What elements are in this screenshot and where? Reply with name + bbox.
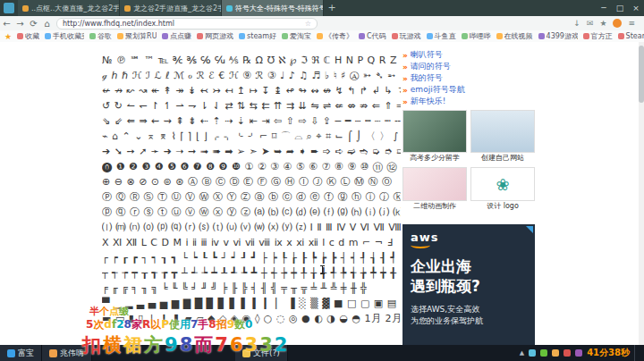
symbol-row: ⓟ ⓠ ⓡ ⓢ ⓣ ⓤ ⓥ ⓦ ⓧ ⓨ ⓩ ⒜ ⒝ ⒞ ⒟ ⒠ ⒡ ⒢ ⒣ ⒤ … xyxy=(102,205,401,220)
symbol-row: ⊕ ⊖ ⊗ ⊘ ⊙ ⊚ ⊛ Ⓐ Ⓑ Ⓒ Ⓓ Ⓔ Ⓕ Ⓖ Ⓗ Ⓘ Ⓙ Ⓚ Ⓛ Ⓜ … xyxy=(102,174,401,189)
sidebar-link[interactable]: »emoji符号导航 xyxy=(402,84,535,96)
lotus-icon: ❀ xyxy=(496,175,509,194)
text-cursor xyxy=(322,265,323,274)
tab-2[interactable]: 龙之谷2手游直播_龙之谷2手游.. xyxy=(120,0,222,16)
favorites-star-icon[interactable]: ★ xyxy=(4,32,12,41)
bookmark-item[interactable]: 爱淘宝 xyxy=(282,31,311,41)
bookmark-item[interactable]: 手机收藏夹 xyxy=(45,31,84,41)
sidebar-link-label: 请问的符号 xyxy=(411,61,451,72)
bookmark-favicon xyxy=(538,33,545,39)
bookmark-item[interactable]: 《传奇》 xyxy=(317,31,353,41)
bookmark-star-icon[interactable]: ☆ xyxy=(305,20,311,28)
ad-body-line2: 为您的业务保驾护航 xyxy=(411,315,527,327)
symbol-row: ╒ ╓ ╔ ╕ ╖ ╗ ╘ ╙ ╚ ╛ ╜ ╝ ╞ ╟ ╠ ╡ ╢ ╣ ╤ ╥ … xyxy=(102,281,401,296)
bookmark-item[interactable]: 网页游戏 xyxy=(197,31,233,41)
bookmark-item[interactable]: 谷歌 xyxy=(89,31,112,41)
tray-security-icon[interactable] xyxy=(552,349,559,357)
bookmark-favicon xyxy=(359,33,365,39)
back-icon[interactable]: ← xyxy=(0,19,13,29)
tray-audio-icon[interactable] xyxy=(575,349,582,357)
sidebar-cards: 高考多少分留学 创建自己网站 二维动画制作 ❀ 设计 logo xyxy=(402,110,535,212)
refresh-icon[interactable]: ⟳ xyxy=(27,19,40,29)
user-avatar[interactable] xyxy=(613,19,622,28)
card-build-website[interactable]: 创建自己网站 xyxy=(470,110,535,164)
card-2d-animation[interactable]: 二维动画制作 xyxy=(402,167,467,212)
symbol-row: ↚ ↛ ↜ ↝ ↞ ↟ ↠ ↡ ↢ ↣ ↤ ↥ ↦ ↧ ↨ ↫ ↬ ↭ ↮ ↯ … xyxy=(102,83,401,98)
ad-body: 选择AWS,安全高效 为您的业务保驾护航 xyxy=(411,304,527,327)
bookmark-label: 在线视频 xyxy=(504,31,533,41)
browser-logo-icon[interactable] xyxy=(4,3,14,13)
bookmark-favicon xyxy=(197,33,203,39)
bookmark-item[interactable]: 聚划算RUST xyxy=(117,31,157,41)
sidebar-link[interactable]: »我的符号 xyxy=(402,72,535,84)
bookmark-favicon xyxy=(496,33,503,39)
taskbar-app-label: 富宝 xyxy=(18,348,34,359)
bookmark-item[interactable]: Steam xyxy=(618,31,644,41)
symbol-row: ℊ ℎ ℏ ℋ ℐ ℒ ℓ ℳ ℴ ℛ ℰ € ℋ ⑨ ℛ ③ ♩ ♪ ♫ ♬ … xyxy=(102,68,401,83)
card-study-abroad[interactable]: 高考多少分留学 xyxy=(402,110,467,164)
tray-download-icon[interactable] xyxy=(564,349,571,357)
home-icon[interactable]: ⌂ xyxy=(40,19,54,29)
bookmark-item[interactable]: 收藏 xyxy=(17,31,39,41)
bullet-icon: » xyxy=(402,51,408,60)
ad-headline-line2: 遇到瓶颈? xyxy=(411,276,527,296)
download-icon[interactable]: ↓ xyxy=(573,19,580,28)
taskbar-app-1[interactable]: 富宝 xyxy=(0,345,42,361)
tray-qq-icon[interactable] xyxy=(529,349,536,357)
bookmark-label: C代码 xyxy=(367,31,386,41)
bookmark-item[interactable]: 官方正 xyxy=(583,31,613,41)
bookmark-item[interactable]: steam好 xyxy=(239,31,276,41)
bookmark-label: 爱淘宝 xyxy=(290,31,311,41)
sidebar-link[interactable]: »新年快乐! xyxy=(402,96,535,107)
bookmark-favicon xyxy=(162,33,168,39)
bookmark-item[interactable]: C代码 xyxy=(359,31,386,41)
bullet-icon: » xyxy=(402,63,408,71)
card-thumbnail xyxy=(470,110,535,153)
maximize-button[interactable]: □ xyxy=(612,0,628,16)
forward-icon[interactable]: → xyxy=(13,19,27,29)
menu-icon[interactable]: ≡ xyxy=(628,19,635,28)
chat-app-icon xyxy=(7,349,15,357)
tab-1[interactable]: ..点枢..大傻直播_龙之谷2手游 xyxy=(18,0,120,16)
bullet-icon: » xyxy=(402,97,408,106)
bookmark-favicon xyxy=(427,33,433,39)
window-controls: ─ □ × xyxy=(596,0,644,16)
tray-wechat-icon[interactable] xyxy=(540,349,547,357)
card-design-logo[interactable]: ❀ 设计 logo xyxy=(470,167,535,212)
tab-3-active[interactable]: 符号大全-特殊符号-特殊符号大. × xyxy=(222,0,324,16)
bookmark-item[interactable]: 斗鱼直 xyxy=(427,31,456,41)
new-tab-button[interactable]: + xyxy=(324,0,340,16)
aws-advertisement[interactable]: aws 企业出海 遇到瓶颈? 选择AWS,安全高效 为您的业务保驾护航 xyxy=(402,224,535,345)
ad-choices-icon[interactable] xyxy=(526,226,533,233)
minimize-button[interactable]: ─ xyxy=(596,0,612,16)
watermark-line-1: 半个点缀 xyxy=(89,305,129,318)
mail-icon[interactable]: ✉ xyxy=(587,19,594,28)
card-thumbnail: ❀ xyxy=(470,167,535,201)
scrollbar-thumb[interactable] xyxy=(639,46,644,103)
sidebar-link[interactable]: »请问的符号 xyxy=(402,61,535,72)
bookmark-item[interactable]: 哔哩哔 xyxy=(462,31,491,41)
symbol-row: № ℗ ℠ ™ ℡ ℀ ℁ ℅ ℆ ⅍ ℞ Ω ℧ ℵ ℘ ℑ ℜ ℂ H N … xyxy=(102,53,401,68)
bookmark-item[interactable]: 4399游戏 xyxy=(538,31,578,41)
bookmark-favicon xyxy=(17,33,23,39)
bookmark-label: 聚划算RUST xyxy=(125,31,157,41)
favorites-icon[interactable]: ★ xyxy=(599,19,606,28)
close-button[interactable]: × xyxy=(628,0,644,16)
tab-label: ..点枢..大傻直播_龙之谷2手游 xyxy=(31,4,120,13)
bookmark-label: 点点赚 xyxy=(170,31,191,41)
system-tray: ▲ 41分38秒 xyxy=(520,345,644,361)
show-desktop-button[interactable] xyxy=(634,345,639,361)
scrollbar-track[interactable] xyxy=(639,42,644,345)
bookmark-item[interactable]: 点点赚 xyxy=(162,31,191,41)
tray-chevron-icon[interactable]: ▲ xyxy=(520,349,524,357)
bookmark-label: 网页游戏 xyxy=(205,31,233,41)
sidebar-link[interactable]: »喇叭符号 xyxy=(402,49,535,61)
tab-favicon xyxy=(22,5,29,12)
desktop-screen: ..点枢..大傻直播_龙之谷2手游 龙之谷2手游直播_龙之谷2手游.. 符号大全… xyxy=(0,0,644,361)
page-sidebar: »喇叭符号 »请问的符号 »我的符号 »emoji符号导航 »新年快乐! 高考多… xyxy=(402,49,535,107)
bookmark-item[interactable]: 在线视频 xyxy=(496,31,533,41)
recording-timer: 41分38秒 xyxy=(587,347,630,359)
ad-body-line1: 选择AWS,安全高效 xyxy=(411,304,527,315)
bookmark-item[interactable]: 玩游戏 xyxy=(392,31,421,41)
address-bar[interactable]: http://www.fhdq.net/index.html ☆ xyxy=(56,18,318,29)
